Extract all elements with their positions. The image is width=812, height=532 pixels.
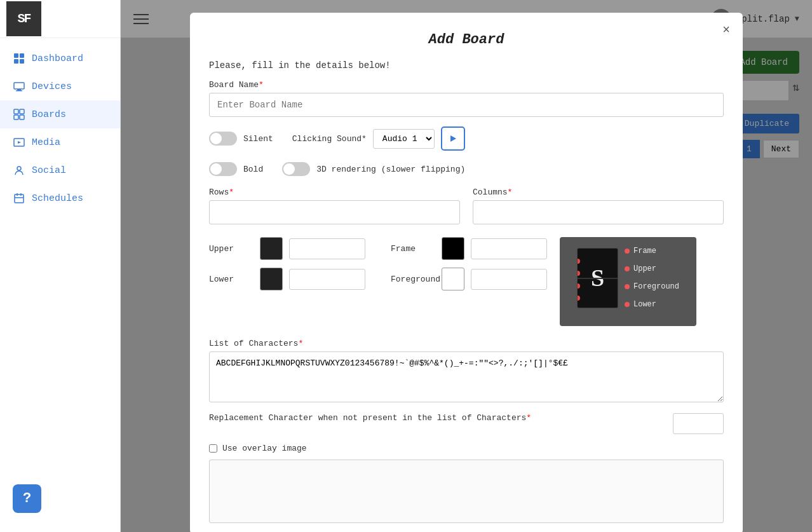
modal-subtitle: Please, fill in the details below! xyxy=(209,60,724,71)
svg-rect-0 xyxy=(14,53,18,58)
logo-box: SF xyxy=(6,1,41,36)
bold-rendering-row: Bold 3D rendering (slower flipping) xyxy=(209,162,724,176)
sound-select[interactable]: Audio 1 Audio 2 Audio 3 xyxy=(373,129,435,149)
chars-textarea[interactable]: ABCDEFGHIJKLMNOPQRSTUVWXYZ0123456789!~`@… xyxy=(209,351,724,402)
colors-section: Upper #222222 Lower #222222 F xyxy=(209,237,547,290)
foreground-color-swatch[interactable] xyxy=(442,268,464,290)
add-board-modal: Add Board × Please, fill in the details … xyxy=(190,13,743,532)
upper-annotation: Upper xyxy=(625,264,679,273)
required-star: * xyxy=(259,80,264,90)
frame-color-label: Frame xyxy=(391,244,435,254)
play-sound-button[interactable] xyxy=(441,126,465,151)
rendering-toggle[interactable] xyxy=(282,162,310,176)
sidebar-item-dashboard[interactable]: Dashboard xyxy=(0,44,120,72)
upper-dot xyxy=(577,271,580,276)
sidebar-item-media[interactable]: Media xyxy=(0,128,120,156)
card-divider xyxy=(578,278,618,279)
lower-annotation-text: Lower xyxy=(633,300,656,309)
board-name-group: Board Name* xyxy=(209,80,724,117)
bold-toggle[interactable] xyxy=(209,162,237,176)
silent-toggle-item: Silent xyxy=(209,132,273,146)
overlay-checkbox-row: Use overlay image xyxy=(209,444,724,453)
help-icon: ? xyxy=(23,491,31,507)
columns-label: Columns* xyxy=(473,188,724,197)
svg-rect-2 xyxy=(14,59,18,64)
sidebar-item-schedules[interactable]: Schedules xyxy=(0,184,120,212)
lower-color-label: Lower xyxy=(209,275,254,284)
board-name-label: Board Name* xyxy=(209,80,724,90)
rendering-toggle-item: 3D rendering (slower flipping) xyxy=(282,162,465,176)
replacement-input[interactable]: * xyxy=(673,413,724,434)
sidebar: SF Dashboard Devices xyxy=(0,0,121,532)
frame-dot xyxy=(577,259,580,264)
sidebar-item-social[interactable]: Social xyxy=(0,156,120,184)
foreground-annotation-dot xyxy=(625,284,630,289)
chars-preview-section: List of Characters* ABCDEFGHIJKLMNOPQRST… xyxy=(209,339,724,434)
chars-left-col: List of Characters* ABCDEFGHIJKLMNOPQRST… xyxy=(209,339,724,434)
overlay-section: Use overlay image xyxy=(209,444,724,523)
upper-annotation-text: Upper xyxy=(633,264,656,273)
preview-card: S xyxy=(577,248,618,308)
modal-close-button[interactable]: × xyxy=(722,22,730,37)
frame-foreground-colors: Frame #000000 Foreground #FFFFFF xyxy=(391,237,547,290)
lower-dot xyxy=(577,296,580,301)
frame-color-input[interactable]: #000000 xyxy=(471,238,547,259)
foreground-color-label: Foreground xyxy=(391,275,435,284)
sidebar-nav: Dashboard Devices Boards xyxy=(0,38,120,219)
sidebar-help: ? xyxy=(0,478,120,519)
overlay-upload-area[interactable] xyxy=(209,460,724,523)
overlay-checkbox[interactable] xyxy=(209,444,217,453)
lower-annotation-dot xyxy=(625,302,630,307)
sidebar-logo: SF xyxy=(0,0,120,38)
svg-marker-19 xyxy=(450,135,456,142)
rows-columns-section: Rows* 8 Columns* 18 xyxy=(209,188,724,224)
sidebar-item-label: Dashboard xyxy=(32,53,83,64)
clicking-sound-label: Clicking Sound* xyxy=(292,134,367,144)
svg-rect-3 xyxy=(20,59,24,64)
rendering-label: 3D rendering (slower flipping) xyxy=(316,165,465,174)
toggle-row: Silent Clicking Sound* Audio 1 Audio 2 A… xyxy=(209,126,724,151)
rows-input[interactable]: 8 xyxy=(209,200,460,224)
foreground-color-row: Foreground #FFFFFF xyxy=(391,268,547,290)
color-preview-section: Upper #222222 Lower #222222 F xyxy=(209,237,724,326)
modal-title: Add Board xyxy=(209,32,724,48)
help-button[interactable]: ? xyxy=(13,484,41,513)
social-icon xyxy=(13,164,25,177)
logo-text: SF xyxy=(17,11,30,26)
preview-card-container: S Frame xyxy=(566,247,690,309)
boards-icon xyxy=(13,108,25,121)
replacement-label: Replacement Character when not present i… xyxy=(209,413,667,423)
rows-label: Rows* xyxy=(209,188,460,197)
svg-rect-8 xyxy=(20,109,24,114)
columns-input[interactable]: 18 xyxy=(473,200,724,224)
bold-label: Bold xyxy=(243,165,263,174)
sidebar-item-devices[interactable]: Devices xyxy=(0,72,120,100)
foreground-annotation: Foreground xyxy=(625,282,679,291)
lower-color-swatch[interactable] xyxy=(260,268,283,290)
sidebar-item-boards[interactable]: Boards xyxy=(0,100,120,128)
columns-group: Columns* 18 xyxy=(473,188,724,224)
svg-rect-9 xyxy=(14,115,18,119)
board-preview: S Frame xyxy=(560,237,696,326)
chars-label: List of Characters* xyxy=(209,339,724,348)
dashboard-icon xyxy=(13,52,25,65)
sound-section: Clicking Sound* Audio 1 Audio 2 Audio 3 xyxy=(292,126,465,151)
frame-color-swatch[interactable] xyxy=(442,237,464,260)
upper-color-row: Upper #222222 xyxy=(209,237,365,260)
main-content: Split.flap ▼ + Add Board ⇅ Duplicate Pre… xyxy=(121,0,812,532)
foreground-color-input[interactable]: #FFFFFF xyxy=(471,269,547,290)
upper-color-swatch[interactable] xyxy=(260,237,283,260)
lower-color-row: Lower #222222 xyxy=(209,268,365,290)
sidebar-item-label: Social xyxy=(32,165,66,176)
sidebar-item-label: Media xyxy=(32,137,60,148)
svg-rect-10 xyxy=(20,115,24,119)
silent-toggle[interactable] xyxy=(209,132,237,146)
sidebar-item-label: Boards xyxy=(32,109,66,120)
upper-color-input[interactable]: #222222 xyxy=(289,238,365,259)
replacement-row: Replacement Character when not present i… xyxy=(209,413,724,434)
svg-rect-6 xyxy=(16,90,22,92)
schedules-icon xyxy=(13,192,25,205)
lower-color-input[interactable]: #222222 xyxy=(289,269,365,290)
frame-annotation: Frame xyxy=(625,247,679,256)
board-name-input[interactable] xyxy=(209,93,724,117)
